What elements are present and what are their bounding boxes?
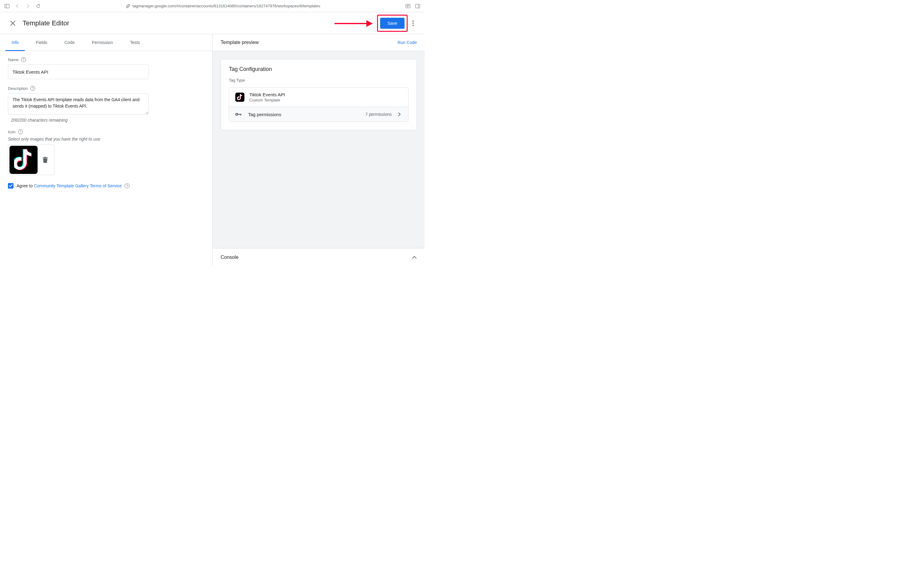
tag-subtype: Custom Template [250,98,285,102]
tab-info[interactable]: Info [3,34,27,51]
help-icon[interactable]: ? [18,129,23,134]
nav-forward-icon[interactable] [25,3,31,9]
agree-checkbox[interactable] [8,183,13,189]
reload-icon[interactable] [35,3,41,9]
tos-link[interactable]: Community Template Gallery Terms of Serv… [34,184,122,188]
close-icon[interactable] [9,19,16,27]
key-icon [235,111,241,118]
preview-title: Template preview [221,40,259,45]
editor-pane: Info Fields Code Permission Tests Name ?… [0,34,212,266]
description-label: Description ? [8,86,204,91]
svg-rect-0 [5,4,10,8]
save-button[interactable]: Save [380,18,404,29]
more-menu-icon[interactable] [409,19,417,27]
icon-label: Icon ? [8,129,204,134]
permissions-count: 7 permissions [365,112,392,117]
sidebar-toggle-icon[interactable] [4,3,10,9]
tab-code[interactable]: Code [56,34,83,51]
page-title: Template Editor [23,19,69,27]
tag-name: Tiktok Events API [250,92,285,97]
tiktok-logo-icon [235,93,245,102]
app-header: Template Editor Save [0,12,425,34]
tag-identity-row: Tiktok Events API Custom Template [229,88,408,106]
delete-icon-button[interactable] [42,156,48,163]
svg-rect-16 [44,157,46,157]
tab-tests[interactable]: Tests [121,34,148,51]
svg-rect-19 [238,114,241,115]
name-input[interactable] [8,64,148,79]
preview-header: Template preview Run Code [212,34,425,51]
description-input[interactable] [8,93,148,114]
agree-row: Agree to Community Template Gallery Term… [8,183,204,189]
help-icon[interactable]: ? [21,57,26,62]
tiktok-logo-icon [10,146,38,174]
browser-toolbar: tagmanager.google.com/#/container/accoun… [0,0,425,12]
svg-point-12 [412,25,414,26]
name-label: Name ? [8,57,204,62]
svg-rect-21 [241,114,241,116]
icon-hint: Select only images that you have the rig… [8,137,204,142]
reader-icon[interactable] [405,3,410,9]
tag-permissions-row[interactable]: Tag permissions 7 permissions [229,106,408,122]
icon-preview [8,145,55,175]
preview-pane: Template preview Run Code Tag Configurat… [212,34,425,266]
url-text: tagmanager.google.com/#/container/accoun… [133,4,320,8]
tag-config-card: Tag Configuration Tag Type Tiktok Events… [221,59,417,130]
agree-text: Agree to Community Template Gallery Term… [16,184,122,188]
svg-point-11 [412,23,414,24]
run-code-button[interactable]: Run Code [398,40,417,45]
console-bar[interactable]: Console [212,248,425,266]
nav-back-icon[interactable] [14,3,20,9]
help-icon[interactable]: ? [125,184,130,188]
svg-point-10 [412,21,414,22]
tab-fields[interactable]: Fields [27,34,56,51]
url-bar[interactable]: tagmanager.google.com/#/container/accoun… [46,4,400,8]
chevron-right-icon [397,111,402,117]
svg-rect-6 [415,4,420,8]
tag-type-label: Tag Type [221,78,417,82]
panel-icon[interactable] [415,3,420,9]
svg-point-18 [236,114,237,115]
permissions-label: Tag permissions [248,112,281,117]
char-remaining: 200/200 characters remaining [11,118,204,122]
chevron-up-icon [412,256,417,259]
card-title: Tag Configuration [221,66,417,78]
tab-permission[interactable]: Permission [83,34,121,51]
svg-rect-15 [42,157,48,158]
link-icon [126,4,130,8]
console-title: Console [221,255,239,260]
svg-rect-20 [240,114,240,116]
help-icon[interactable]: ? [30,86,35,91]
tab-bar: Info Fields Code Permission Tests [0,34,212,51]
